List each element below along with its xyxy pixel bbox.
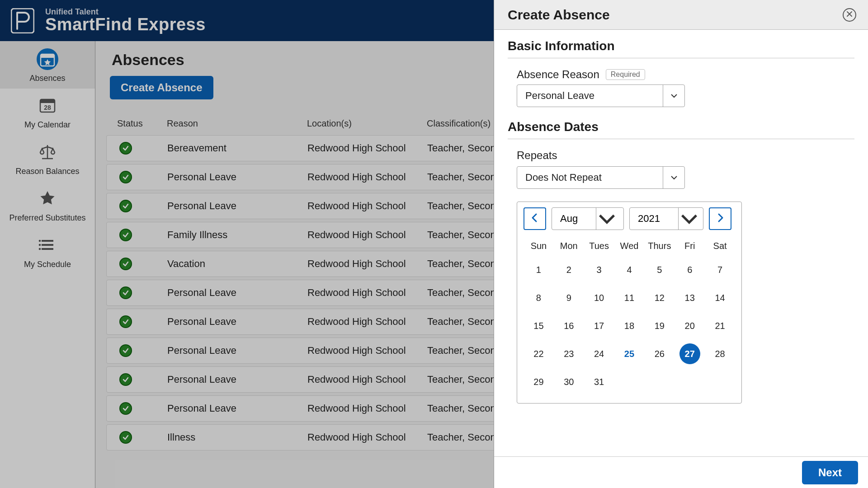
section-absence-dates: Absence Dates bbox=[508, 120, 854, 139]
calendar-day[interactable]: 3 bbox=[584, 256, 614, 284]
calendar-day[interactable]: 4 bbox=[614, 256, 645, 284]
panel-footer: Next bbox=[494, 456, 868, 488]
calendar-weekday: Wed bbox=[614, 236, 645, 256]
panel-header: Create Absence bbox=[494, 0, 868, 30]
calendar-day[interactable]: 13 bbox=[675, 284, 705, 312]
repeats-label: Repeats bbox=[517, 149, 854, 162]
calendar-year-select[interactable]: 2021 bbox=[629, 207, 703, 230]
absence-reason-field: Absence Reason Required Personal Leave bbox=[517, 68, 854, 107]
calendar-day[interactable]: 23 bbox=[554, 340, 584, 368]
date-picker: Aug 2021 SunMonTuesWedThurs bbox=[517, 202, 742, 404]
calendar-weekday: Tues bbox=[584, 236, 614, 256]
calendar-day[interactable]: 16 bbox=[554, 312, 584, 340]
calendar-day[interactable]: 11 bbox=[614, 284, 645, 312]
calendar-day[interactable]: 12 bbox=[644, 284, 675, 312]
calendar-day[interactable]: 25 bbox=[614, 340, 645, 368]
calendar-day[interactable]: 2 bbox=[554, 256, 584, 284]
calendar-day[interactable]: 14 bbox=[705, 284, 735, 312]
calendar-day[interactable]: 29 bbox=[524, 368, 554, 396]
calendar-weekday: Sat bbox=[705, 236, 735, 256]
calendar-weekday: Sun bbox=[524, 236, 554, 256]
calendar-day[interactable]: 19 bbox=[644, 312, 675, 340]
calendar-day[interactable]: 1 bbox=[524, 256, 554, 284]
calendar-day[interactable]: 30 bbox=[554, 368, 584, 396]
chevron-down-icon bbox=[678, 208, 700, 230]
close-button[interactable] bbox=[843, 8, 856, 22]
calendar-day[interactable]: 24 bbox=[584, 340, 614, 368]
chevron-left-icon bbox=[530, 213, 540, 225]
repeats-value: Does Not Repeat bbox=[525, 172, 602, 183]
calendar-day[interactable]: 22 bbox=[524, 340, 554, 368]
calendar-next-button[interactable] bbox=[709, 207, 731, 230]
calendar-month-select[interactable]: Aug bbox=[552, 207, 624, 230]
calendar-day[interactable]: 6 bbox=[675, 256, 705, 284]
calendar-day[interactable]: 17 bbox=[584, 312, 614, 340]
chevron-down-icon bbox=[663, 167, 684, 188]
calendar-day[interactable]: 26 bbox=[644, 340, 675, 368]
calendar-prev-button[interactable] bbox=[524, 207, 546, 230]
calendar-weekday: Fri bbox=[675, 236, 705, 256]
create-absence-panel: Create Absence Basic Information Absence… bbox=[494, 0, 868, 488]
absence-reason-select[interactable]: Personal Leave bbox=[517, 84, 685, 107]
calendar-day[interactable]: 31 bbox=[584, 368, 614, 396]
calendar-day[interactable]: 20 bbox=[675, 312, 705, 340]
section-basic-info: Basic Information bbox=[508, 39, 854, 58]
calendar-day[interactable]: 8 bbox=[524, 284, 554, 312]
calendar-year-value: 2021 bbox=[630, 213, 678, 225]
absence-reason-label: Absence Reason bbox=[517, 68, 599, 81]
chevron-down-icon bbox=[596, 208, 618, 230]
calendar-day[interactable]: 18 bbox=[614, 312, 645, 340]
calendar-day[interactable]: 7 bbox=[705, 256, 735, 284]
calendar-weekday: Mon bbox=[554, 236, 584, 256]
panel-title: Create Absence bbox=[508, 7, 610, 23]
repeats-select[interactable]: Does Not Repeat bbox=[517, 166, 685, 189]
calendar-day[interactable]: 5 bbox=[644, 256, 675, 284]
calendar-month-value: Aug bbox=[552, 213, 596, 225]
calendar-day[interactable]: 28 bbox=[705, 340, 735, 368]
chevron-down-icon bbox=[663, 85, 684, 107]
calendar-day[interactable]: 10 bbox=[584, 284, 614, 312]
absence-reason-value: Personal Leave bbox=[525, 90, 594, 102]
required-badge: Required bbox=[606, 69, 645, 80]
calendar-weekday: Thurs bbox=[644, 236, 675, 256]
calendar-day[interactable]: 21 bbox=[705, 312, 735, 340]
calendar-day[interactable]: 9 bbox=[554, 284, 584, 312]
chevron-right-icon bbox=[715, 213, 725, 225]
next-button[interactable]: Next bbox=[802, 461, 858, 484]
close-icon bbox=[846, 11, 853, 19]
calendar-day[interactable]: 27 bbox=[675, 340, 705, 368]
calendar-day[interactable]: 15 bbox=[524, 312, 554, 340]
